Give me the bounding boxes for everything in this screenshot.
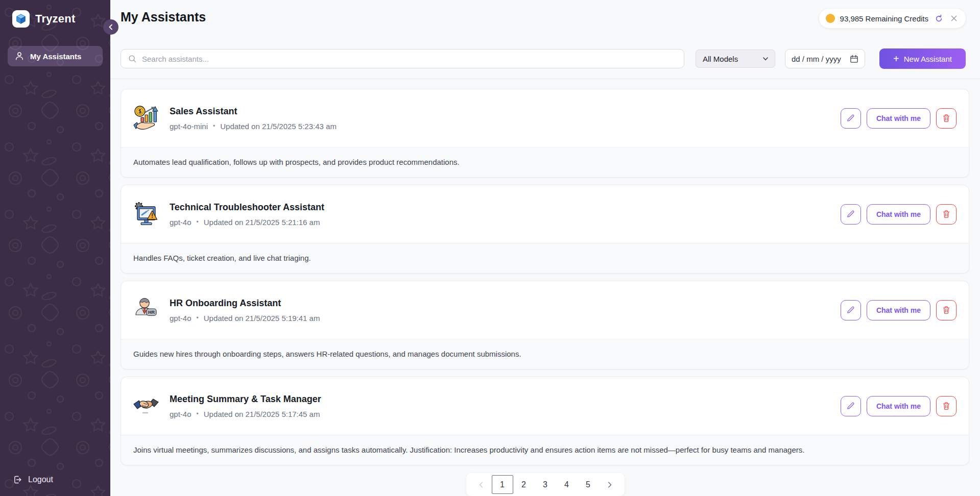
chevron-down-icon	[763, 57, 768, 61]
new-assistant-button[interactable]: + New Assistant	[879, 48, 966, 69]
meta-separator: •	[197, 410, 199, 417]
delete-assistant-button[interactable]	[936, 300, 957, 320]
logout-label: Logout	[28, 475, 53, 484]
trash-icon	[942, 402, 950, 410]
assistant-meta: gpt-4o • Updated on 21/5/2025 5:21:16 am	[170, 218, 324, 227]
coin-dot-icon	[826, 14, 835, 23]
user-icon	[14, 51, 25, 61]
refresh-credits-button[interactable]	[934, 13, 944, 24]
cube-logo-icon	[12, 10, 30, 28]
filters-toolbar: All Models dd / mm / yyyy + New Assistan…	[110, 48, 980, 69]
meta-separator: •	[213, 122, 215, 130]
delete-assistant-button[interactable]	[936, 396, 957, 416]
credits-label: 93,985 Remaining Credits	[840, 14, 928, 23]
trash-icon	[942, 210, 950, 218]
delete-assistant-button[interactable]	[936, 108, 957, 129]
pagination-prev-button[interactable]	[470, 475, 492, 494]
pencil-icon	[846, 114, 855, 122]
trash-icon	[942, 114, 950, 122]
assistants-list: $ Sales Assistant gpt-4o-mini • Updated …	[110, 79, 980, 465]
pencil-icon	[846, 402, 855, 410]
meta-separator: •	[197, 218, 199, 226]
search-icon	[128, 54, 137, 63]
logout-icon	[12, 475, 22, 485]
hr-person-icon: HR	[133, 296, 159, 324]
sidebar: Tryzent My Assistants Logout	[0, 0, 110, 496]
meeting-handshake-icon	[133, 392, 159, 420]
pagination-page-1[interactable]: 1	[492, 475, 513, 494]
chevron-left-icon	[108, 24, 114, 30]
assistant-name: HR Onboarding Assistant	[170, 298, 320, 309]
card-header: Meeting Summary & Task Manager gpt-4o • …	[121, 377, 969, 435]
app-logo: Tryzent	[0, 0, 110, 28]
tech-support-icon: !	[133, 201, 159, 228]
assistant-description: Joins virtual meetings, summarizes discu…	[121, 435, 969, 465]
calendar-icon	[850, 55, 858, 63]
card-titles: Technical Troubleshooter Assistant gpt-4…	[170, 202, 324, 227]
svg-text:HR: HR	[148, 310, 155, 315]
close-icon	[950, 15, 958, 22]
assistant-updated: Updated on 21/5/2025 5:23:43 am	[220, 122, 337, 131]
logout-button[interactable]: Logout	[12, 475, 53, 485]
chat-with-me-button[interactable]: Chat with me	[867, 300, 930, 320]
assistant-card: ! Technical Troubleshooter Assistant gpt…	[121, 185, 969, 274]
card-titles: Meeting Summary & Task Manager gpt-4o • …	[170, 394, 321, 418]
new-assistant-label: New Assistant	[904, 55, 952, 63]
pagination-page-5[interactable]: 5	[578, 475, 599, 494]
page-header: My Assistants 93,985 Remaining Credits	[110, 0, 980, 40]
assistant-updated: Updated on 21/5/2025 5:19:41 am	[204, 314, 320, 323]
sidebar-item-my-assistants[interactable]: My Assistants	[8, 46, 103, 66]
card-header: $ Sales Assistant gpt-4o-mini • Updated …	[121, 89, 969, 147]
assistant-model: gpt-4o	[170, 314, 192, 323]
assistant-description: Automates lead qualification, follows up…	[121, 147, 969, 177]
date-filter-input[interactable]: dd / mm / yyyy	[785, 49, 865, 68]
assistant-meta: gpt-4o • Updated on 21/5/2025 5:17:45 am	[170, 410, 321, 418]
chevron-right-icon	[606, 481, 613, 488]
chat-with-me-button[interactable]: Chat with me	[867, 204, 930, 225]
assistant-name: Technical Troubleshooter Assistant	[170, 202, 324, 213]
sidebar-collapse-button[interactable]	[103, 19, 118, 35]
doodle-pattern-background	[0, 0, 110, 496]
assistant-model: gpt-4o	[170, 218, 192, 227]
edit-assistant-button[interactable]	[841, 396, 861, 416]
pagination: 1 2 3 4 5	[466, 473, 625, 496]
card-actions: Chat with me	[841, 396, 957, 416]
assistant-meta: gpt-4o-mini • Updated on 21/5/2025 5:23:…	[170, 122, 337, 131]
credits-badge: 93,985 Remaining Credits	[819, 9, 966, 28]
card-actions: Chat with me	[841, 204, 957, 225]
card-titles: Sales Assistant gpt-4o-mini • Updated on…	[170, 106, 337, 131]
delete-assistant-button[interactable]	[936, 204, 957, 225]
pencil-icon	[846, 210, 855, 218]
edit-assistant-button[interactable]	[841, 204, 861, 225]
main-content: My Assistants 93,985 Remaining Credits	[110, 0, 980, 496]
sidebar-item-label: My Assistants	[30, 52, 81, 61]
plus-icon: +	[893, 54, 899, 64]
assistant-name: Sales Assistant	[170, 106, 337, 117]
close-credits-button[interactable]	[949, 14, 959, 23]
chevron-left-icon	[477, 481, 485, 488]
chat-with-me-button[interactable]: Chat with me	[867, 108, 930, 129]
sales-growth-icon: $	[133, 105, 159, 132]
app-name: Tryzent	[35, 12, 75, 26]
assistant-card: HR HR Onboarding Assistant gpt-4o • Upda…	[121, 281, 969, 369]
search-box	[121, 49, 684, 68]
search-input[interactable]	[142, 55, 677, 63]
edit-assistant-button[interactable]	[841, 300, 861, 320]
pagination-page-4[interactable]: 4	[556, 475, 578, 494]
assistant-description: Guides new hires through onboarding step…	[121, 339, 969, 369]
date-filter-value: dd / mm / yyyy	[792, 55, 841, 63]
card-actions: Chat with me	[841, 300, 957, 320]
card-header: ! Technical Troubleshooter Assistant gpt…	[121, 185, 969, 243]
pagination-next-button[interactable]	[599, 475, 620, 494]
pagination-page-2[interactable]: 2	[513, 475, 535, 494]
assistant-updated: Updated on 21/5/2025 5:21:16 am	[204, 218, 320, 227]
chat-with-me-button[interactable]: Chat with me	[867, 396, 930, 416]
edit-assistant-button[interactable]	[841, 108, 861, 129]
assistant-card: Meeting Summary & Task Manager gpt-4o • …	[121, 377, 969, 465]
assistant-card: $ Sales Assistant gpt-4o-mini • Updated …	[121, 89, 969, 178]
pagination-page-3[interactable]: 3	[535, 475, 556, 494]
card-titles: HR Onboarding Assistant gpt-4o • Updated…	[170, 298, 320, 323]
model-filter-select[interactable]: All Models	[696, 49, 775, 68]
svg-text:$: $	[138, 108, 141, 114]
svg-text:!: !	[151, 212, 153, 219]
